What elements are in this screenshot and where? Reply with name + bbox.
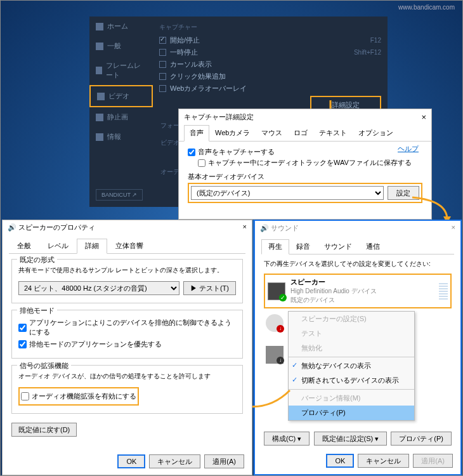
menu-show-disconnected[interactable]: 切断されているデバイスの表示 <box>289 373 414 388</box>
apply-button[interactable]: 適用(A) <box>413 454 453 468</box>
save-wav-check[interactable]: キャプチャー中にオーディオトラックをWAVファイルに保存する <box>198 157 422 168</box>
menu-separator <box>289 357 414 357</box>
check-cursor[interactable]: カーソル表示 <box>159 58 381 70</box>
sidebar-video[interactable]: ビデオ <box>89 85 153 107</box>
test-button[interactable]: ▶ テスト(T) <box>183 281 236 295</box>
sidebar-info-label: 情報 <box>107 132 121 142</box>
device-select[interactable]: (既定のデバイス) <box>191 186 384 200</box>
tab-text[interactable]: テキスト <box>313 125 353 141</box>
check-label: カーソル表示 <box>170 60 212 69</box>
tab-general[interactable]: 全般 <box>9 239 39 253</box>
check-label: アプリケーションによりこのデバイスを排他的に制御できるようにする <box>29 318 236 337</box>
dialog-titlebar: キャプチャー詳細設定 × <box>179 109 431 125</box>
check-start-stop[interactable]: 開始/停止F12 <box>159 34 381 46</box>
capture-audio-check[interactable]: 音声をキャプチャーする <box>188 147 422 157</box>
set-default-button[interactable]: 既定値に設定(S) ▾ <box>314 432 388 446</box>
checkbox[interactable] <box>18 324 27 332</box>
ok-button[interactable]: OK <box>326 454 354 468</box>
tab-communications[interactable]: 通信 <box>359 239 387 254</box>
menu-version[interactable]: バージョン情報(M) <box>289 391 414 406</box>
cancel-button[interactable]: キャンセル <box>358 454 409 468</box>
close-button[interactable]: × <box>243 223 247 232</box>
tab-sounds[interactable]: サウンド <box>317 239 359 254</box>
tab-recording[interactable]: 録音 <box>289 239 317 254</box>
checkbox-icon <box>159 85 166 92</box>
tab-detail[interactable]: 詳細 <box>77 239 107 254</box>
tab-audio[interactable]: 音声 <box>184 125 209 142</box>
reset-defaults-button[interactable]: 既定値に戻す(D) <box>11 423 77 437</box>
dialog-title: 🔊 スピーカーのプロパティ <box>8 223 95 232</box>
checkbox[interactable] <box>198 159 205 167</box>
menu-disable[interactable]: 無効化 <box>289 341 414 355</box>
gear-icon <box>96 43 103 50</box>
sidebar-home[interactable]: ホーム <box>89 17 153 36</box>
sound-dialog: 🔊 サウンド × 再生 録音 サウンド 通信 下の再生デバイスを選択してその設定… <box>254 220 462 475</box>
check-label: 排他モードのアプリケーションを優先する <box>29 340 162 349</box>
check-label: クリック効果追加 <box>170 72 226 81</box>
device-speaker[interactable]: スピーカー High Definition Audio デバイス 既定のデバイス <box>264 274 452 308</box>
menu-configure-speaker[interactable]: スピーカーの設定(S) <box>289 312 414 326</box>
ok-button[interactable]: OK <box>117 454 145 468</box>
exclusive-mode-group: 排他モード アプリケーションによりこのデバイスを排他的に制御できるようにする 排… <box>11 310 243 359</box>
checkbox-icon <box>159 73 166 80</box>
tab-playback[interactable]: 再生 <box>261 239 289 255</box>
check-click-effect[interactable]: クリック効果追加 <box>159 70 381 83</box>
device-label: 基本オーディオデバイス <box>188 172 422 182</box>
hotkey: Shift+F12 <box>354 49 381 56</box>
properties-button[interactable]: プロパティ(P) <box>391 432 452 446</box>
apply-button[interactable]: 適用(A) <box>204 454 244 468</box>
enable-enhance-check[interactable]: オーディオ機能拡張を有効にする <box>21 390 136 402</box>
check-webcam-overlay[interactable]: Webカメラオーバーレイ <box>159 83 381 95</box>
check-pause[interactable]: 一時停止Shift+F12 <box>159 46 381 58</box>
tab-level[interactable]: レベル <box>39 239 77 253</box>
tab-logo[interactable]: ロゴ <box>288 125 313 141</box>
tab-spatial[interactable]: 立体音響 <box>107 239 152 253</box>
close-button[interactable]: × <box>452 223 455 233</box>
checkbox-icon <box>159 37 166 44</box>
sound-tabs: 再生 録音 サウンド 通信 <box>261 239 454 255</box>
checkbox[interactable] <box>188 149 195 156</box>
priority-exclusive-check[interactable]: 排他モードのアプリケーションを優先する <box>18 338 236 350</box>
checkbox[interactable] <box>21 392 29 400</box>
allow-exclusive-check[interactable]: アプリケーションによりこのデバイスを排他的に制御できるようにする <box>18 317 236 338</box>
device-name: スピーカー <box>290 277 377 287</box>
sidebar-general[interactable]: 一般 <box>89 36 153 56</box>
context-menu: スピーカーの設定(S) テスト 無効化 無効なデバイスの表示 切断されているデバ… <box>288 311 415 421</box>
device-group: 基本オーディオデバイス (既定のデバイス) 設定 <box>188 172 422 203</box>
group-title: 排他モード <box>17 306 57 315</box>
menu-test[interactable]: テスト <box>289 326 414 341</box>
context-menu-area: ↓ ↓ スピーカーの設定(S) テスト 無効化 無効なデバイスの表示 切断されて… <box>288 311 452 421</box>
checkbox-icon <box>159 61 166 68</box>
check-label: 開始/停止 <box>170 36 200 45</box>
sidebar-still[interactable]: 静止画 <box>89 107 153 127</box>
group-title: 既定の形式 <box>17 255 57 265</box>
tab-mouse[interactable]: マウス <box>256 125 288 141</box>
sidebar-framerate[interactable]: フレームレート <box>89 56 153 85</box>
checkbox[interactable] <box>18 340 27 348</box>
dialog-buttons: OK キャンセル 適用(A) <box>117 454 244 468</box>
image-icon <box>96 114 103 121</box>
sidebar-framerate-label: フレームレート <box>106 61 147 80</box>
format-select[interactable]: 24 ビット、48000 Hz (スタジオの音質) <box>18 281 179 295</box>
help-link[interactable]: ヘルプ <box>398 144 419 154</box>
format-row: 24 ビット、48000 Hz (スタジオの音質) ▶ テスト(T) <box>18 281 236 295</box>
check-label: キャプチャー中にオーディオトラックをWAVファイルに保存する <box>208 158 412 168</box>
menu-show-disabled[interactable]: 無効なデバイスの表示 <box>289 359 414 373</box>
tab-options[interactable]: オプション <box>353 125 399 141</box>
format-desc: 共有モードで使用されるサンプル レートとビットの深さを選択します。 <box>18 266 236 275</box>
cancel-button[interactable]: キャンセル <box>149 454 200 468</box>
device-driver: High Definition Audio デバイス <box>290 287 377 296</box>
sidebar-info[interactable]: 情報 <box>89 127 153 147</box>
capture-detail-dialog: キャプチャー詳細設定 × 音声 Webカメラ マウス ロゴ テキスト オプション… <box>178 109 432 220</box>
configure-button[interactable]: 構成(C) ▾ <box>264 432 310 446</box>
dialog-buttons: OK キャンセル 適用(A) <box>326 454 453 468</box>
sound-buttons-right: 既定値に設定(S) ▾ プロパティ(P) <box>314 432 452 446</box>
bandicut-link[interactable]: BANDICUT ↗ <box>96 189 143 201</box>
speaker-tabs: 全般 レベル 詳細 立体音響 <box>9 239 245 254</box>
tab-webcam[interactable]: Webカメラ <box>209 125 256 141</box>
capture-body: 音声をキャプチャーする キャプチャー中にオーディオトラックをWAVファイルに保存… <box>179 142 431 208</box>
enhance-desc: オーディオ デバイスが、ほかの信号の処理をすることを許可します <box>18 372 236 381</box>
menu-properties[interactable]: プロパティ(P) <box>289 406 414 420</box>
fps-icon <box>96 67 102 74</box>
close-button[interactable]: × <box>421 112 426 122</box>
